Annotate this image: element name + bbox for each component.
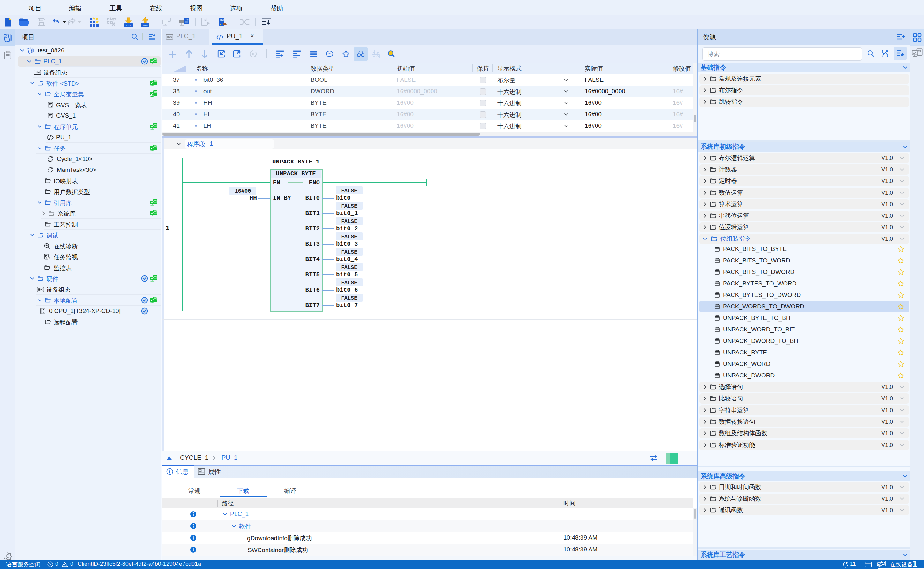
svg-text:1100: 1100 [126,24,132,27]
svg-text:1100: 1100 [143,24,148,27]
